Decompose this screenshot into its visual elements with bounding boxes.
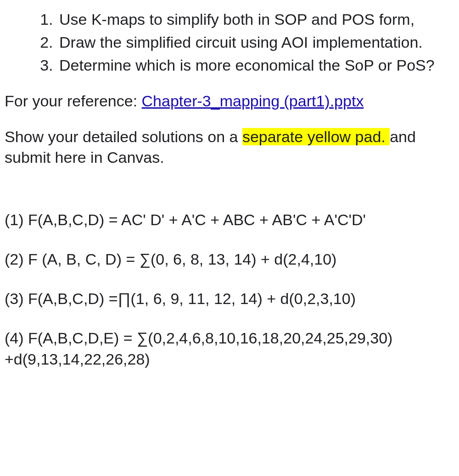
reference-link[interactable]: Chapter-3_mapping (part1).pptx [142,92,364,110]
submission-before: Show your detailed solutions on a [5,128,242,145]
instruction-item: Determine which is more economical the S… [57,55,450,76]
problem-2: (2) F (A, B, C, D) = ∑(0, 6, 8, 13, 14) … [5,249,450,270]
instruction-item: Use K-maps to simplify both in SOP and P… [57,9,450,30]
submission-highlight: separate yellow pad. [242,128,390,145]
instructions-list: Use K-maps to simplify both in SOP and P… [5,9,450,76]
problems-section: (1) F(A,B,C,D) = AC' D' + A'C + ABC + AB… [5,210,450,370]
problem-3: (3) F(A,B,C,D) =∏(1, 6, 9, 11, 12, 14) +… [5,288,450,310]
instruction-item: Draw the simplified circuit using AOI im… [57,32,450,53]
reference-paragraph: For your reference: Chapter-3_mapping (p… [5,91,450,112]
problem-1: (1) F(A,B,C,D) = AC' D' + A'C + ABC + AB… [5,210,450,231]
submission-paragraph: Show your detailed solutions on a separa… [5,127,450,169]
reference-prefix: For your reference: [5,92,142,110]
problem-4: (4) F(A,B,C,D,E) = ∑(0,2,4,6,8,10,16,18,… [5,328,450,370]
